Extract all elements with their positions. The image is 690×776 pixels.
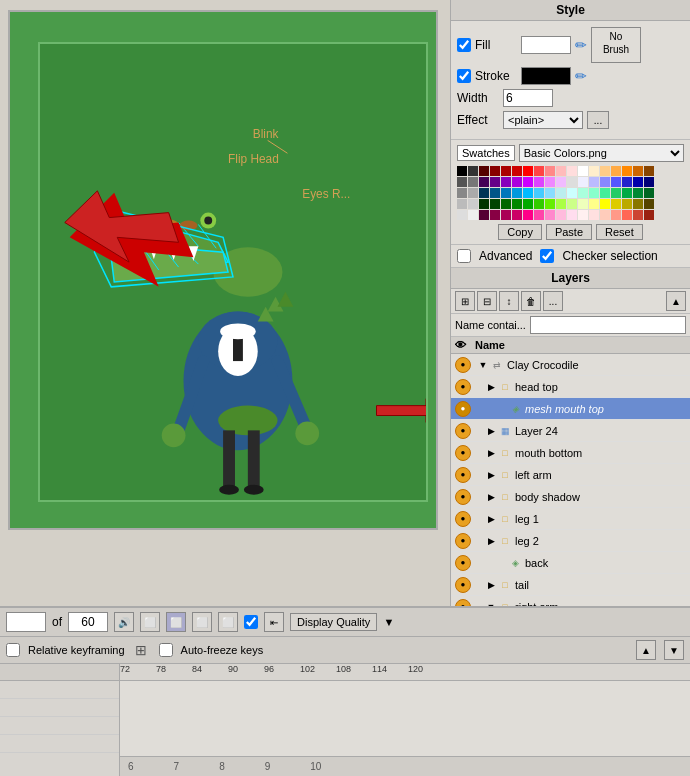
- color-cell[interactable]: [490, 210, 500, 220]
- eye-icon[interactable]: ●: [455, 555, 471, 571]
- color-cell[interactable]: [468, 210, 478, 220]
- color-cell[interactable]: [501, 210, 511, 220]
- layer-row[interactable]: ● ▶ □ tail: [451, 574, 690, 596]
- layer-row[interactable]: ● ▶ □ left arm: [451, 464, 690, 486]
- expand-icon[interactable]: ▶: [485, 579, 497, 591]
- eye-icon[interactable]: ●: [455, 401, 471, 417]
- checker-checkbox[interactable]: [540, 249, 554, 263]
- eye-icon[interactable]: ●: [455, 533, 471, 549]
- color-cell[interactable]: [457, 210, 467, 220]
- color-cell[interactable]: [567, 188, 577, 198]
- color-cell[interactable]: [644, 166, 654, 176]
- layer-eye[interactable]: ●: [453, 400, 473, 418]
- color-cell[interactable]: [589, 177, 599, 187]
- color-cell[interactable]: [589, 210, 599, 220]
- expand-icon[interactable]: ▶: [485, 425, 497, 437]
- eye-icon[interactable]: ●: [455, 511, 471, 527]
- color-cell[interactable]: [501, 166, 511, 176]
- color-cell[interactable]: [468, 188, 478, 198]
- layer-row-selected[interactable]: ● ▶ ◈ mesh mouth top: [451, 398, 690, 420]
- color-cell[interactable]: [633, 210, 643, 220]
- layer-eye[interactable]: ●: [453, 444, 473, 462]
- layer-row[interactable]: ● ▼ ⇄ Clay Crocodile: [451, 354, 690, 376]
- color-cell[interactable]: [611, 177, 621, 187]
- color-cell[interactable]: [534, 177, 544, 187]
- color-cell[interactable]: [633, 199, 643, 209]
- layer-eye[interactable]: ●: [453, 422, 473, 440]
- color-cell[interactable]: [545, 166, 555, 176]
- color-cell[interactable]: [611, 166, 621, 176]
- color-cell[interactable]: [457, 188, 467, 198]
- color-cell[interactable]: [633, 166, 643, 176]
- loop-checkbox[interactable]: [244, 615, 258, 629]
- color-cell[interactable]: [600, 177, 610, 187]
- color-cell[interactable]: [600, 210, 610, 220]
- color-cell[interactable]: [457, 177, 467, 187]
- color-cell[interactable]: [622, 166, 632, 176]
- layer-row[interactable]: ● ▼ □ right arm: [451, 596, 690, 606]
- layer-eye[interactable]: ●: [453, 356, 473, 374]
- play-mode-1[interactable]: ⬜: [140, 612, 160, 632]
- layer-row[interactable]: ● ▶ □ leg 1: [451, 508, 690, 530]
- color-cell[interactable]: [567, 177, 577, 187]
- color-cell[interactable]: [457, 199, 467, 209]
- color-cell[interactable]: [644, 199, 654, 209]
- layers-scroll-up[interactable]: ▲: [666, 291, 686, 311]
- color-cell[interactable]: [468, 199, 478, 209]
- color-cell[interactable]: [600, 199, 610, 209]
- color-cell[interactable]: [567, 210, 577, 220]
- fill-color-swatch[interactable]: [521, 36, 571, 54]
- display-quality-button[interactable]: Display Quality: [290, 613, 377, 631]
- eye-icon[interactable]: ●: [455, 599, 471, 607]
- layer-eye[interactable]: ●: [453, 532, 473, 550]
- layer-row[interactable]: ● ▶ □ leg 2: [451, 530, 690, 552]
- color-cell[interactable]: [523, 166, 533, 176]
- color-cell[interactable]: [578, 210, 588, 220]
- color-cell[interactable]: [556, 166, 566, 176]
- color-cell[interactable]: [622, 210, 632, 220]
- color-cell[interactable]: [523, 188, 533, 198]
- play-mode-4[interactable]: ⬜: [218, 612, 238, 632]
- expand-icon[interactable]: ▶: [485, 381, 497, 393]
- expand-icon[interactable]: ▶: [485, 469, 497, 481]
- color-cell[interactable]: [556, 188, 566, 198]
- layer-eye[interactable]: ●: [453, 598, 473, 607]
- color-cell[interactable]: [468, 177, 478, 187]
- layer-eye[interactable]: ●: [453, 488, 473, 506]
- play-mode-2[interactable]: ⬜: [166, 612, 186, 632]
- color-cell[interactable]: [589, 188, 599, 198]
- color-cell[interactable]: [457, 166, 467, 176]
- layer-row[interactable]: ● ▶ □ head top: [451, 376, 690, 398]
- eye-icon[interactable]: ●: [455, 445, 471, 461]
- swatches-dropdown[interactable]: Basic Colors.png: [519, 144, 684, 162]
- timeline-up-btn[interactable]: ▲: [636, 640, 656, 660]
- volume-button[interactable]: 🔊: [114, 612, 134, 632]
- color-cell[interactable]: [545, 199, 555, 209]
- color-cell[interactable]: [534, 188, 544, 198]
- layer-eye[interactable]: ●: [453, 554, 473, 572]
- layer-eye[interactable]: ●: [453, 378, 473, 396]
- color-cell[interactable]: [644, 188, 654, 198]
- stroke-color-swatch[interactable]: [521, 67, 571, 85]
- layer-row[interactable]: ● ▶ ◈ back: [451, 552, 690, 574]
- auto-freeze-checkbox[interactable]: [159, 643, 173, 657]
- fill-checkbox[interactable]: [457, 38, 471, 52]
- color-cell[interactable]: [644, 210, 654, 220]
- current-frame-input[interactable]: [6, 612, 46, 632]
- layer-eye[interactable]: ●: [453, 576, 473, 594]
- layer-eye[interactable]: ●: [453, 466, 473, 484]
- color-cell[interactable]: [611, 188, 621, 198]
- color-cell[interactable]: [567, 199, 577, 209]
- color-cell[interactable]: [523, 177, 533, 187]
- paste-button[interactable]: Paste: [546, 224, 592, 240]
- expand-icon[interactable]: ▶: [485, 513, 497, 525]
- fill-pencil-icon[interactable]: ✏: [575, 37, 587, 53]
- stroke-checkbox[interactable]: [457, 69, 471, 83]
- color-cell[interactable]: [512, 199, 522, 209]
- color-cell[interactable]: [633, 177, 643, 187]
- prev-frame-button[interactable]: ⇤: [264, 612, 284, 632]
- color-cell[interactable]: [523, 210, 533, 220]
- color-cell[interactable]: [611, 210, 621, 220]
- eye-icon[interactable]: ●: [455, 577, 471, 593]
- swatches-tab[interactable]: Swatches: [457, 145, 515, 161]
